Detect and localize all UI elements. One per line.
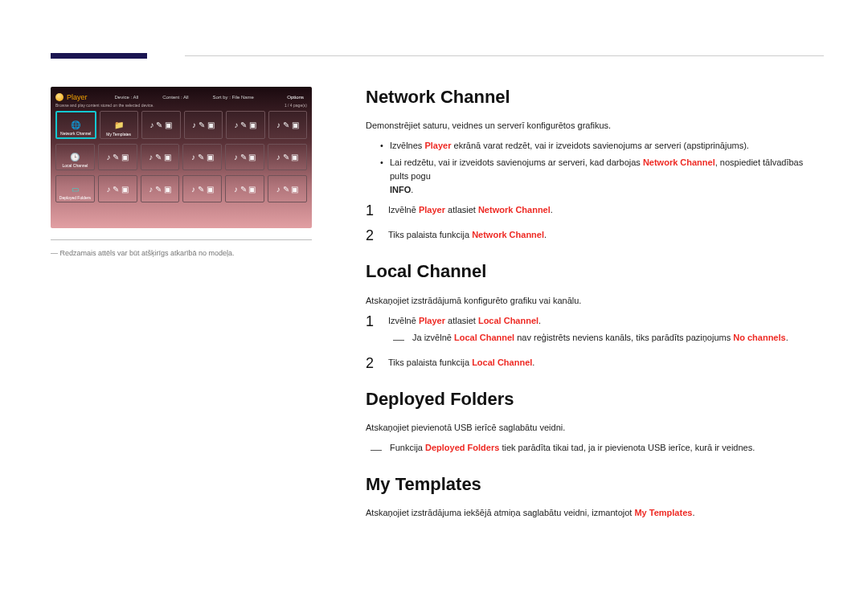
grid-cell: ♪ ✎ ▣ <box>182 144 222 171</box>
music-film-icon: ♪ ✎ ▣ <box>276 121 299 129</box>
document-content: Network Channel Demonstrējiet saturu, ve… <box>366 84 824 536</box>
grid-cell: ♪ ✎ ▣ <box>226 111 265 139</box>
music-film-icon: ♪ ✎ ▣ <box>192 121 215 129</box>
grid-cell-deployed-folders: ▭ Deployed Folders <box>55 175 95 202</box>
player-logo-icon <box>55 93 63 101</box>
music-film-icon: ♪ ✎ ▣ <box>149 153 171 161</box>
filter-content: Content : All <box>162 95 188 100</box>
music-film-icon: ♪ ✎ ▣ <box>106 185 129 194</box>
grid-cell: ♪ ✎ ▣ <box>141 175 180 202</box>
music-film-icon: ♪ ✎ ▣ <box>276 185 299 194</box>
heading-my-templates: My Templates <box>366 471 824 498</box>
caption-rule <box>51 239 312 240</box>
grid-cell: ♪ ✎ ▣ <box>141 144 180 171</box>
screenshot-caption: Redzamais attēls var būt atšķirīgs atkar… <box>51 249 235 257</box>
grid-cell: ♪ ✎ ▣ <box>182 175 222 202</box>
intro-text: Atskaņojiet izstrādājuma iekšējā atmiņa … <box>366 506 824 520</box>
player-subtitle: Browse and play content stored on the se… <box>55 103 154 108</box>
filter-device: Device : All <box>115 95 139 100</box>
heading-deployed-folders: Deployed Folders <box>366 386 824 413</box>
header-rule <box>185 55 824 56</box>
step-item: Izvēlnē Player atlasiet Network Channel. <box>366 203 824 217</box>
grid-cell-network-channel: 🌐 Network Channel <box>55 111 96 139</box>
step-item: Tiks palaista funkcija Local Channel. <box>366 356 824 370</box>
grid-cell: ♪ ✎ ▣ <box>268 175 307 202</box>
grid-cell: ♪ ✎ ▣ <box>98 144 137 171</box>
monitor-icon: ▭ <box>72 185 79 194</box>
grid-cell-my-templates: 📁 My Templates <box>100 111 139 139</box>
music-film-icon: ♪ ✎ ▣ <box>234 153 256 161</box>
music-film-icon: ♪ ✎ ▣ <box>191 185 214 194</box>
step-list: Izvēlnē Player atlasiet Network Channel.… <box>366 203 824 242</box>
intro-text: Atskaņojiet pievienotā USB ierīcē saglab… <box>366 421 824 435</box>
grid-cell: ♪ ✎ ▣ <box>268 111 308 139</box>
folder-icon: 📁 <box>114 121 124 129</box>
bullet-list: Izvēlnes Player ekrānā varat redzēt, vai… <box>366 139 824 197</box>
grid-cell: ♪ ✎ ▣ <box>184 111 223 139</box>
player-screenshot: Player Device : All Content : All Sort b… <box>51 87 312 228</box>
intro-text: Atskaņojiet izstrādājumā konfigurēto gra… <box>366 294 824 308</box>
music-film-icon: ♪ ✎ ▣ <box>149 185 171 194</box>
music-film-icon: ♪ ✎ ▣ <box>149 121 172 129</box>
grid-cell-local-channel: 🕒 Local Channel <box>55 144 95 171</box>
header-accent-bar <box>51 53 147 59</box>
grid-row-3: ▭ Deployed Folders ♪ ✎ ▣ ♪ ✎ ▣ ♪ ✎ ▣ ♪ ✎… <box>55 175 307 202</box>
heading-network-channel: Network Channel <box>366 84 824 111</box>
note: Ja izvēlnē Local Channel nav reģistrēts … <box>388 331 824 345</box>
note: Funkcija Deployed Folders tiek parādīta … <box>366 441 824 455</box>
player-title: Player <box>67 93 88 101</box>
filter-sort: Sort by : File Name <box>213 95 254 100</box>
player-page: 1 / 4 page(s) <box>285 103 307 108</box>
grid-cell: ♪ ✎ ▣ <box>141 111 181 139</box>
clock-icon: 🕒 <box>70 153 80 161</box>
grid-cell: ♪ ✎ ▣ <box>268 144 307 171</box>
music-film-icon: ♪ ✎ ▣ <box>234 185 256 194</box>
calendar-globe-icon: 🌐 <box>71 121 80 129</box>
grid-row-2: 🕒 Local Channel ♪ ✎ ▣ ♪ ✎ ▣ ♪ ✎ ▣ ♪ ✎ ▣ … <box>55 144 307 171</box>
intro-text: Demonstrējiet saturu, veidnes un serverī… <box>366 119 824 133</box>
grid-cell: ♪ ✎ ▣ <box>98 175 137 202</box>
section-deployed-folders: Deployed Folders Atskaņojiet pievienotā … <box>366 386 824 455</box>
music-film-icon: ♪ ✎ ▣ <box>191 153 214 161</box>
section-network-channel: Network Channel Demonstrējiet saturu, ve… <box>366 84 824 242</box>
options-button: Options <box>284 94 307 100</box>
bullet-item: Lai redzētu, vai ir izveidots savienojum… <box>366 156 824 197</box>
bullet-item: Izvēlnes Player ekrānā varat redzēt, vai… <box>366 139 824 153</box>
step-item: Tiks palaista funkcija Network Channel. <box>366 228 824 242</box>
step-list: Izvēlnē Player atlasiet Local Channel. J… <box>366 314 824 370</box>
player-filter-bar: Device : All Content : All Sort by : Fil… <box>115 95 254 100</box>
step-item: Izvēlnē Player atlasiet Local Channel. J… <box>366 314 824 345</box>
grid-cell: ♪ ✎ ▣ <box>225 144 264 171</box>
music-film-icon: ♪ ✎ ▣ <box>106 153 129 161</box>
grid-cell: ♪ ✎ ▣ <box>225 175 264 202</box>
section-local-channel: Local Channel Atskaņojiet izstrādājumā k… <box>366 258 824 369</box>
section-my-templates: My Templates Atskaņojiet izstrādājuma ie… <box>366 471 824 520</box>
heading-local-channel: Local Channel <box>366 258 824 285</box>
music-film-icon: ♪ ✎ ▣ <box>276 153 299 161</box>
music-film-icon: ♪ ✎ ▣ <box>234 121 256 129</box>
grid-row-1: 🌐 Network Channel 📁 My Templates ♪ ✎ ▣ ♪… <box>55 111 307 139</box>
